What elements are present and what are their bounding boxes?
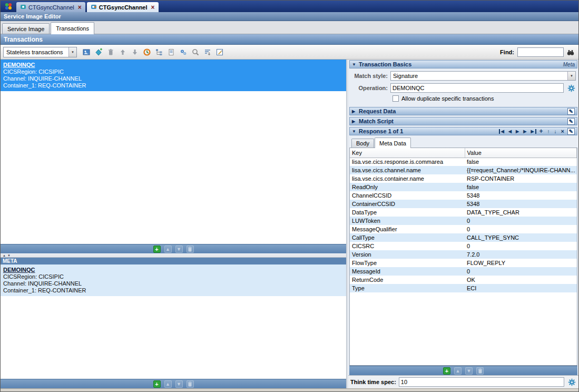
first-response-icon[interactable]: ◀ (499, 129, 505, 134)
table-row[interactable]: MessageId 0 (350, 267, 577, 276)
move-up-icon[interactable]: ▲ (454, 367, 462, 375)
next-response-icon[interactable]: ▶ (522, 129, 527, 134)
move-down-icon[interactable] (129, 46, 140, 57)
tab-body[interactable]: Body (351, 139, 374, 148)
add-icon[interactable]: + (153, 246, 161, 253)
table-row[interactable]: FlowType FLOW_REPLY (350, 259, 577, 267)
image-icon[interactable] (81, 46, 92, 57)
main-tabstrip: Service Image Transactions (1, 21, 578, 34)
splitter-down-icon[interactable]: ▼ (7, 254, 11, 257)
table-row[interactable]: ChannelCCSID 5348 (350, 191, 577, 200)
edit-icon[interactable]: ✎ (567, 108, 575, 115)
move-response-up-icon[interactable]: ↑ (546, 129, 551, 134)
window-tab-ctgsyncchannel-2[interactable]: CTGsyncChannel × (87, 2, 159, 12)
add-icon[interactable]: + (443, 367, 450, 375)
table-row[interactable]: MessageQualifier 0 (350, 225, 577, 233)
tree-view-icon[interactable] (153, 46, 164, 57)
gears-icon[interactable] (178, 46, 189, 57)
table-row[interactable]: Type ECI (350, 284, 577, 292)
meta-transaction-list[interactable]: DEMOINQC CICSRegion: CICSIPIC Channel: I… (1, 264, 346, 379)
app-logo-icon[interactable] (2, 1, 15, 12)
row-key: CICSRC (350, 242, 465, 250)
transaction-type-dropdown[interactable]: Stateless transactions ▼ (3, 47, 77, 57)
delete-icon[interactable] (476, 367, 484, 375)
find-input[interactable] (517, 47, 564, 57)
table-row[interactable]: lisa.vse.cics.channel.name {{=request_Ch… (350, 166, 577, 174)
table-row[interactable]: ReadOnly false (350, 183, 577, 191)
play-response-icon[interactable]: ▶ (515, 129, 520, 134)
edit-icon[interactable]: ✎ (567, 128, 575, 135)
notes-icon[interactable] (165, 46, 176, 57)
delete-response-icon[interactable]: × (560, 128, 565, 134)
row-value: 5348 (465, 200, 577, 208)
previous-response-icon[interactable]: ◀ (507, 129, 513, 134)
gear-icon[interactable] (567, 378, 576, 386)
close-icon[interactable]: × (78, 4, 82, 11)
operation-input[interactable] (390, 83, 564, 93)
section-request-data[interactable]: ▶ Request Data ✎ (349, 107, 577, 115)
allow-duplicates-checkbox[interactable] (392, 95, 399, 102)
move-down-icon[interactable]: ▼ (465, 367, 473, 375)
row-value: 5348 (465, 191, 577, 200)
last-response-icon[interactable]: ▶ (529, 129, 536, 134)
gear-icon[interactable] (566, 84, 576, 92)
sort-icon[interactable] (202, 46, 213, 57)
splitter-up-icon[interactable]: ▲ (3, 254, 6, 257)
add-icon[interactable]: + (153, 380, 161, 388)
table-row[interactable]: Version 7.2.0 (350, 250, 577, 259)
move-response-down-icon[interactable]: ↓ (553, 129, 558, 134)
meta-list-header: META (1, 258, 346, 264)
table-row[interactable]: LUWToken 0 (350, 217, 577, 225)
column-header-key[interactable]: Key (350, 148, 465, 158)
edit-icon[interactable]: ✎ (567, 118, 575, 125)
history-icon[interactable] (141, 46, 152, 57)
add-response-icon[interactable]: + (538, 128, 544, 135)
tab-transactions[interactable]: Transactions (51, 22, 94, 34)
collapse-icon: ▼ (352, 62, 357, 67)
tab-label: Meta Data (379, 140, 406, 146)
delete-icon[interactable] (105, 46, 116, 57)
row-value: 0 (465, 225, 577, 233)
list-splitter[interactable]: ▲ ▼ (1, 253, 346, 258)
move-down-icon[interactable]: ▼ (175, 246, 183, 253)
table-row[interactable]: lisa.vse.cics.response.is.commarea false (350, 158, 577, 166)
tab-label: Body (356, 140, 369, 146)
think-time-input[interactable] (399, 377, 564, 387)
transaction-list-item[interactable]: DEMOINQC CICSRegion: CICSIPIC Channel: I… (1, 60, 346, 91)
tab-service-image[interactable]: Service Image (2, 23, 50, 34)
table-row[interactable]: DataType DATA_TYPE_CHAR (350, 208, 577, 217)
new-transaction-icon[interactable] (93, 46, 104, 57)
table-row[interactable]: CICSRC 0 (350, 242, 577, 250)
table-row[interactable]: ReturnCode OK (350, 276, 577, 284)
move-up-icon[interactable]: ▲ (164, 246, 172, 253)
edit-external-icon[interactable] (214, 46, 225, 57)
close-icon[interactable]: × (151, 4, 155, 11)
match-style-label: Match style: (351, 73, 388, 79)
column-header-value[interactable]: Value (465, 148, 577, 158)
meta-list-item[interactable]: DEMOINQC CICSRegion: CICSIPIC Channel: I… (1, 264, 346, 296)
section-response[interactable]: ▼ Response 1 of 1 ◀ ◀ ▶ ▶ ▶ + ↑ ↓ × ✎ (349, 127, 577, 135)
binoculars-icon[interactable] (565, 46, 576, 57)
table-row[interactable]: ContainerCCSID 5348 (350, 200, 577, 208)
magnifier-icon[interactable] (190, 46, 201, 57)
section-match-script[interactable]: ▶ Match Script ✎ (349, 117, 577, 125)
move-up-icon[interactable]: ▲ (164, 380, 172, 388)
delete-icon[interactable] (187, 246, 194, 253)
move-down-icon[interactable]: ▼ (175, 380, 183, 388)
stateless-transaction-list[interactable]: DEMOINQC CICSRegion: CICSIPIC Channel: I… (1, 60, 346, 244)
delete-icon[interactable] (187, 380, 194, 388)
row-key: lisa.vse.cics.channel.name (350, 166, 465, 174)
tab-meta-data[interactable]: Meta Data (375, 138, 411, 148)
match-style-value: Signature (393, 73, 418, 79)
section-transaction-basics[interactable]: ▼ Transaction Basics Meta (349, 60, 577, 68)
table-row[interactable]: CallType CALL_TYPE_SYNC (350, 233, 577, 242)
operation-row: Operation: (351, 83, 576, 93)
chevron-down-icon: ▼ (567, 72, 575, 80)
match-style-dropdown[interactable]: Signature ▼ (390, 71, 576, 81)
row-value: CALL_TYPE_SYNC (465, 233, 577, 242)
transaction-name: DEMOINQC (3, 61, 344, 68)
window-tab-ctgsyncchannel-1[interactable]: CTGsyncChannel × (16, 2, 85, 12)
table-row[interactable]: lisa.vse.cics.container.name RSP-CONTAIN… (350, 174, 577, 183)
move-up-icon[interactable] (117, 46, 128, 57)
row-value: FLOW_REPLY (465, 259, 577, 267)
